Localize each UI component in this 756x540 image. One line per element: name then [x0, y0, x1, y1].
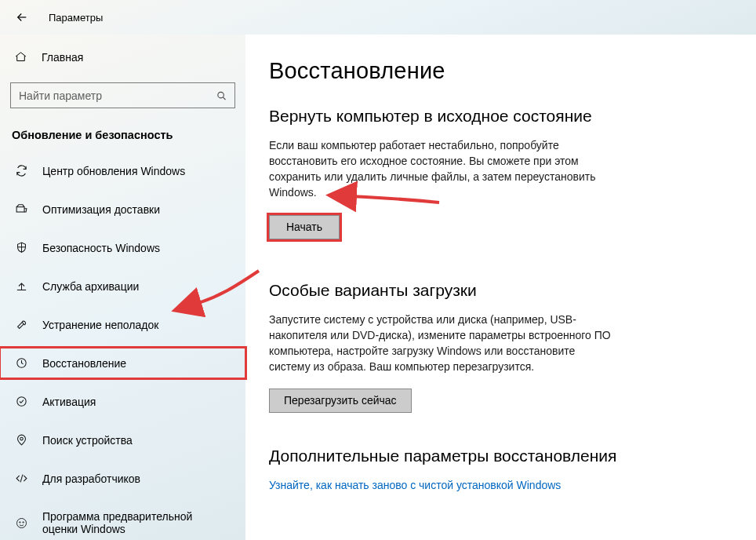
- svg-rect-1: [16, 207, 24, 212]
- sidebar-item-label: Для разработчиков: [42, 472, 140, 485]
- sidebar-category: Обновление и безопасность: [12, 129, 235, 141]
- section-more-recovery-title: Дополнительные параметры восстановления: [269, 446, 732, 465]
- shield-icon: [14, 241, 28, 254]
- sidebar-item-recovery[interactable]: Восстановление: [0, 348, 245, 378]
- insider-icon: [14, 516, 28, 530]
- content: Восстановление Вернуть компьютер в исход…: [245, 35, 756, 540]
- activation-icon: [14, 395, 28, 408]
- backup-icon: [14, 279, 28, 293]
- section-advanced-startup-text: Запустите систему с устройства или диска…: [269, 312, 614, 375]
- troubleshoot-icon: [14, 318, 28, 331]
- sidebar-item-windows-insider[interactable]: Программа предварительной оценки Windows: [10, 502, 235, 540]
- sidebar-item-label: Оптимизация доставки: [42, 203, 160, 216]
- sidebar-item-label: Поиск устройства: [42, 434, 133, 447]
- search-box[interactable]: [10, 82, 235, 108]
- page-title: Восстановление: [269, 58, 732, 84]
- svg-point-3: [16, 397, 25, 406]
- sync-icon: [14, 164, 28, 177]
- sidebar-item-windows-security[interactable]: Безопасность Windows: [10, 232, 235, 263]
- svg-point-7: [22, 521, 23, 522]
- search-input[interactable]: [10, 82, 235, 108]
- sidebar-item-windows-update[interactable]: Центр обновления Windows: [10, 155, 235, 186]
- sidebar-item-label: Служба архивации: [42, 280, 139, 293]
- sidebar-item-delivery-optimization[interactable]: Оптимизация доставки: [10, 194, 235, 224]
- recovery-icon: [14, 356, 28, 370]
- search-icon: [216, 89, 227, 101]
- sidebar: Главная Обновление и безопасность: [0, 35, 245, 540]
- svg-point-0: [218, 92, 224, 98]
- sidebar-item-for-developers[interactable]: Для разработчиков: [10, 463, 235, 494]
- delivery-icon: [14, 202, 28, 216]
- restart-now-button[interactable]: Перезагрузить сейчас: [269, 389, 412, 413]
- sidebar-item-label: Восстановление: [42, 357, 126, 370]
- sidebar-item-label: Устранение неполадок: [42, 319, 158, 331]
- sidebar-home[interactable]: Главная: [10, 46, 235, 68]
- section-reset-title: Вернуть компьютер в исходное состояние: [269, 106, 732, 126]
- sidebar-item-find-my-device[interactable]: Поиск устройства: [10, 425, 235, 455]
- home-icon: [14, 50, 27, 64]
- svg-point-6: [19, 521, 20, 522]
- window-title: Параметры: [39, 12, 103, 24]
- sidebar-home-label: Главная: [42, 51, 83, 64]
- sidebar-item-label: Безопасность Windows: [42, 242, 160, 254]
- find-device-icon: [14, 433, 28, 447]
- sidebar-item-activation[interactable]: Активация: [10, 386, 235, 417]
- section-reset-text: Если ваш компьютер работает нестабильно,…: [269, 138, 614, 201]
- sidebar-item-label: Активация: [42, 396, 96, 408]
- section-advanced-startup-title: Особые варианты загрузки: [269, 280, 732, 300]
- svg-point-5: [16, 518, 26, 527]
- sidebar-item-label: Центр обновления Windows: [42, 165, 185, 177]
- reset-pc-button[interactable]: Начать: [269, 215, 340, 239]
- sidebar-item-label: Программа предварительной оценки Windows: [42, 510, 207, 535]
- sidebar-nav: Центр обновления Windows Оптимизация дос…: [10, 155, 235, 540]
- fresh-start-link[interactable]: Узнайте, как начать заново с чистой уста…: [269, 479, 561, 491]
- arrow-left-icon: [15, 10, 29, 24]
- sidebar-item-backup[interactable]: Служба архивации: [10, 271, 235, 301]
- developer-icon: [14, 472, 28, 485]
- titlebar: Параметры: [0, 0, 756, 35]
- sidebar-item-troubleshoot[interactable]: Устранение неполадок: [10, 309, 235, 340]
- svg-point-4: [20, 437, 23, 440]
- back-button[interactable]: [5, 0, 39, 35]
